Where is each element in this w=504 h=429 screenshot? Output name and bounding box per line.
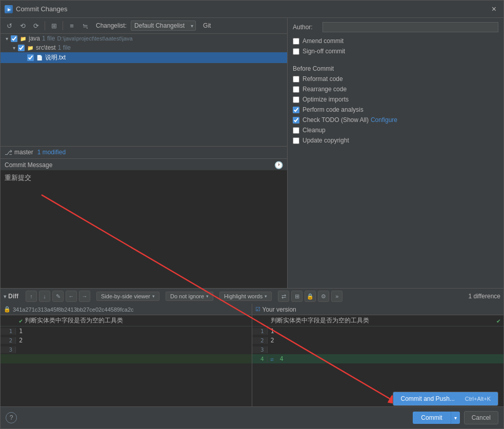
amend-commit-checkbox[interactable]	[293, 38, 299, 45]
diff-label: Diff	[8, 293, 18, 300]
amend-commit-row[interactable]: Amend commit	[293, 37, 498, 45]
undo-button[interactable]: ⟲	[17, 20, 28, 31]
commit-button-group: Commit ▾	[413, 412, 459, 424]
check-version-icon: ☑	[255, 306, 260, 313]
tree-row-java[interactable]: ▾ 📁 java 1 file D:\java\project\test\aat…	[1, 34, 287, 43]
tree-button[interactable]: ⊞	[48, 20, 59, 31]
diff-section: ▾ Diff ↑ ↓ ✎ ← → Side-by-side viewer ▾ D…	[1, 288, 503, 406]
viewer-select-label: Side-by-side viewer	[101, 293, 150, 299]
forward-button[interactable]: →	[79, 291, 90, 302]
refresh-button[interactable]: ↺	[4, 20, 15, 31]
commit-message-input[interactable]: 重新提交	[1, 170, 287, 289]
highlight-select[interactable]: Highlight words ▾	[219, 292, 272, 301]
diff-toggle[interactable]: ▾ Diff	[4, 293, 18, 300]
git-label: Git	[203, 22, 211, 29]
titlebar: ▶ Commit Changes ×	[1, 1, 503, 18]
branch-name: master	[14, 149, 33, 156]
line-content-right-2: 2	[268, 337, 504, 344]
collapse-button[interactable]: ≒	[79, 20, 91, 31]
line-num-left-1: 1	[1, 328, 16, 335]
expand-button[interactable]: ≡	[66, 20, 77, 31]
diff-left-pane: 🔒 341a271c313a45f8b2413bb27ce02c44589fca…	[1, 304, 252, 406]
rearrange-code-checkbox[interactable]	[293, 86, 299, 93]
help-button[interactable]: ?	[6, 412, 17, 423]
diff-line-left-3: 3	[1, 345, 252, 354]
ignore-select-label: Do not ignore	[170, 293, 204, 299]
sync-button[interactable]: ⇄	[278, 291, 289, 302]
line-content-right-4: 4	[277, 355, 504, 362]
diff-line-left-1: 1 1	[1, 326, 252, 336]
folder-srctest-icon: 📁	[27, 44, 34, 51]
cleanup-checkbox[interactable]	[293, 127, 299, 134]
signoff-commit-label: Sign-off commit	[303, 48, 345, 55]
changelist-label: Changelist:	[96, 22, 127, 29]
java-path: D:\java\project\test\aatest\java	[57, 35, 132, 42]
footer: ? Commit ▾ Commit and Push... Ctrl+Alt+K	[1, 406, 503, 428]
line-content-left-2: 2	[16, 337, 252, 344]
redo-button[interactable]: ⟳	[30, 20, 42, 31]
lock-button[interactable]: 🔒	[305, 291, 316, 302]
cancel-button[interactable]: Cancel	[464, 411, 498, 424]
cleanup-label: Cleanup	[303, 127, 326, 134]
signoff-commit-row[interactable]: Sign-off commit	[293, 48, 498, 55]
footer-left: ?	[6, 412, 17, 423]
diff-left-title: ✔ 判断实体类中字段是否为空的工具类	[1, 315, 252, 326]
checkbox-java[interactable]	[11, 35, 17, 42]
settings-button[interactable]: ⚙	[318, 291, 329, 302]
reformat-code-label: Reformat code	[303, 75, 343, 83]
line-checkbox-right-4[interactable]: ☑	[268, 356, 277, 362]
rearrange-code-row[interactable]: Rearrange code	[293, 86, 498, 93]
diff-line-left-2: 2 2	[1, 336, 252, 345]
diff-left-hash: 341a271c313a45f8b2413bb27ce02c44589fca2c	[13, 307, 134, 313]
tree-row-file[interactable]: 📄 说明.txt	[1, 52, 287, 63]
next-diff-button[interactable]: ↓	[39, 291, 50, 302]
commit-message-label: Commit Message	[5, 161, 52, 169]
prev-diff-button[interactable]: ↑	[26, 291, 37, 302]
diff-count: 1 difference	[469, 293, 501, 300]
tree-row-srctest[interactable]: ▾ 📁 src\test 1 file	[1, 43, 287, 52]
signoff-commit-checkbox[interactable]	[293, 48, 299, 55]
perform-code-analysis-row[interactable]: Perform code analysis	[293, 106, 498, 113]
checkbox-file[interactable]	[27, 54, 34, 61]
commit-button[interactable]: Commit	[413, 412, 450, 424]
ignore-select[interactable]: Do not ignore ▾	[166, 292, 213, 301]
columns-button[interactable]: ⊞	[291, 291, 303, 302]
reformat-code-checkbox[interactable]	[293, 76, 299, 83]
back-button[interactable]: ←	[66, 291, 77, 302]
update-copyright-label: Update copyright	[303, 137, 349, 144]
reformat-code-row[interactable]: Reformat code	[293, 75, 498, 83]
lock-icon: 🔒	[4, 306, 11, 313]
update-copyright-row[interactable]: Update copyright	[293, 137, 498, 144]
changelist-select[interactable]: Default Changelist	[131, 21, 196, 31]
branch-modified[interactable]: 1 modified	[37, 149, 66, 156]
author-row: Author:	[293, 22, 498, 32]
before-commit-header: Before Commit	[293, 65, 498, 72]
changelist-select-wrapper[interactable]: Default Changelist ▾	[131, 21, 196, 31]
optimize-imports-row[interactable]: Optimize imports	[293, 96, 498, 103]
separator-1	[45, 21, 45, 30]
history-button[interactable]: 🕐	[274, 161, 283, 169]
commit-message-header: Commit Message 🕐	[1, 159, 287, 170]
optimize-imports-label: Optimize imports	[303, 96, 349, 103]
perform-code-analysis-checkbox[interactable]	[293, 107, 299, 113]
close-button[interactable]: ×	[489, 4, 499, 15]
check-todo-checkbox[interactable]	[293, 117, 299, 124]
optimize-imports-checkbox[interactable]	[293, 96, 299, 103]
edit-diff-button[interactable]: ✎	[52, 291, 64, 302]
check-todo-row[interactable]: Check TODO (Show All) Configure	[293, 116, 498, 124]
line-content-right-1: 1	[268, 328, 504, 335]
update-copyright-checkbox[interactable]	[293, 137, 299, 144]
diff-line-right-4: 4 ☑ 4	[252, 354, 504, 363]
author-label: Author:	[293, 24, 318, 31]
viewer-select[interactable]: Side-by-side viewer ▾	[96, 292, 159, 301]
file-name: 说明.txt	[45, 53, 66, 62]
author-input[interactable]	[322, 22, 498, 32]
cleanup-row[interactable]: Cleanup	[293, 127, 498, 134]
highlight-dropdown-icon: ▾	[265, 294, 267, 299]
commit-and-push-item[interactable]: Commit and Push... Ctrl+Alt+K	[393, 392, 498, 405]
more-button[interactable]: »	[331, 291, 342, 302]
commit-dropdown-button[interactable]: ▾	[451, 412, 460, 424]
configure-link[interactable]: Configure	[371, 116, 397, 124]
commit-push-shortcut: Ctrl+Alt+K	[465, 396, 491, 402]
checkbox-srctest[interactable]	[18, 45, 25, 51]
